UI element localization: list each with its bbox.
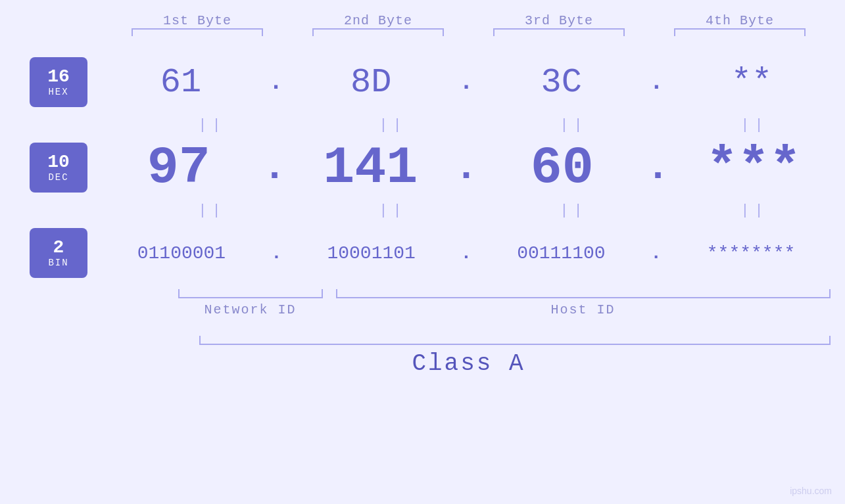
eq8: || [683,202,827,219]
dec-byte3: 60 [490,138,635,198]
network-bracket [178,289,323,298]
bin-label-text: BIN [48,258,68,268]
eq6: || [321,202,466,219]
bin-dot3: . [650,243,662,263]
eq3: || [502,117,646,133]
hex-bytes: 61 . 8D . 3C . ** [87,63,845,102]
eq-sign-2: || [379,117,406,133]
equals-row-1: || || || || [122,115,845,135]
dec-dot2: . [454,145,478,190]
bin-dot1: . [271,243,282,263]
hex-byte3: 3C [489,63,634,102]
id-labels: Network ID Host ID [107,302,831,317]
byte4-header: 4th Byte [667,13,812,28]
hex-byte2: 8D [299,63,443,102]
byte3-header: 3rd Byte [487,13,631,28]
bin-byte1: 01100001 [109,243,254,263]
hex-dot2: . [459,69,473,96]
byte1-header: 1st Byte [125,13,270,28]
bin-row: 2 BIN 01100001 . 10001101 . 00111100 . *… [30,220,845,286]
eq-sign-1: || [198,117,226,133]
eq-sign-4: || [740,117,768,133]
bin-label-box: 2 BIN [30,228,87,278]
equals-row-2: || || || || [122,200,845,220]
dec-row: 10 DEC 97 . 141 . 60 . *** [30,135,845,200]
bracket-byte1 [132,28,263,36]
bin-byte4: ******** [679,243,823,263]
watermark: ipshu.com [790,486,832,496]
eq-sign-5: || [198,202,226,219]
hex-dot1: . [269,69,283,96]
top-brackets [107,28,831,36]
bin-bytes: 01100001 . 10001101 . 00111100 . *******… [87,243,845,263]
network-id-label: Network ID [178,302,323,317]
hex-label-text: HEX [48,87,68,97]
eq5: || [140,202,285,219]
bin-byte2: 10001101 [299,243,444,263]
dec-dot3: . [646,145,669,190]
bottom-brackets [107,289,831,298]
host-id-label: Host ID [336,302,831,317]
eq-sign-6: || [379,202,406,219]
outer-bracket-container [107,327,831,345]
bracket-byte3 [493,28,625,36]
byte2-header: 2nd Byte [306,13,450,28]
host-bracket [336,289,831,298]
eq2: || [321,117,466,133]
dec-byte4: *** [681,138,826,198]
byte-headers: 1st Byte 2nd Byte 3rd Byte 4th Byte [107,13,831,28]
eq1: || [140,117,285,133]
dec-base-number: 10 [47,152,70,173]
main-grid: 16 HEX 61 . 8D . 3C . ** || || || [30,49,845,286]
bin-byte3: 00111100 [489,243,633,263]
dec-label-box: 10 DEC [30,143,87,193]
eq-sign-7: || [560,202,587,219]
eq-sign-8: || [740,202,768,219]
hex-byte4: ** [679,63,824,102]
hex-row: 16 HEX 61 . 8D . 3C . ** [30,49,845,115]
hex-label-box: 16 HEX [30,57,87,107]
hex-byte1: 61 [109,63,253,102]
bracket-byte2 [312,28,444,36]
hex-dot3: . [650,69,664,96]
main-container: 1st Byte 2nd Byte 3rd Byte 4th Byte 16 H… [0,0,845,504]
dec-byte2: 141 [298,138,443,198]
bracket-byte4 [674,28,806,36]
dec-byte1: 97 [107,138,251,198]
outer-bracket [199,336,831,345]
dec-label-text: DEC [48,172,68,183]
eq4: || [683,117,827,133]
hex-base-number: 16 [47,67,70,87]
bin-base-number: 2 [53,238,64,258]
dec-bytes: 97 . 141 . 60 . *** [87,138,845,198]
dec-dot1: . [263,145,287,190]
bin-dot2: . [461,243,472,263]
class-label: Class A [107,350,831,377]
eq7: || [502,202,646,219]
eq-sign-3: || [560,117,587,133]
